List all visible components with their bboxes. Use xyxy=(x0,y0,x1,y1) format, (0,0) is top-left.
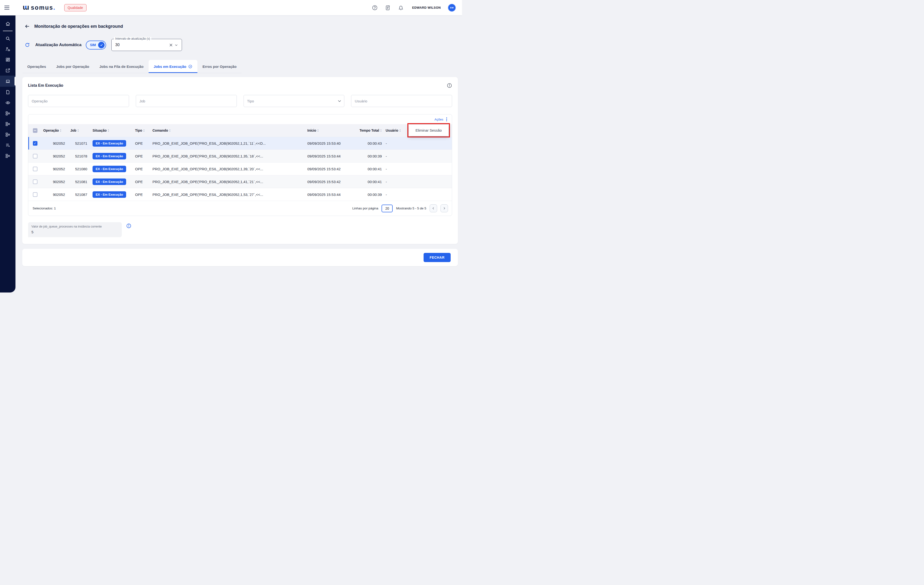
interval-field-value[interactable]: 30 xyxy=(115,43,168,47)
info-icon-blue[interactable] xyxy=(126,223,132,229)
prev-page-button[interactable] xyxy=(430,204,437,212)
sidebar-item-list-add[interactable] xyxy=(0,140,15,150)
column-header-tipo[interactable]: Tipo▲▼ xyxy=(134,129,151,132)
table-row[interactable]: 902052 521080 EX - Em Execução OPE PRO_J… xyxy=(28,162,452,175)
menu-item-eliminar-sessao[interactable]: Eliminar Sessão xyxy=(409,125,449,136)
sidebar-item-external[interactable] xyxy=(0,65,15,76)
sidebar-item-eye[interactable] xyxy=(0,97,15,108)
sidebar-item-dashboard[interactable] xyxy=(0,54,15,65)
refresh-icon[interactable] xyxy=(25,42,30,48)
table-row[interactable]: 902052 521081 EX - Em Execução OPE PRO_J… xyxy=(28,175,452,188)
sidebar-item-workflow-2[interactable] xyxy=(0,119,15,129)
row-checkbox[interactable] xyxy=(33,180,38,184)
sidebar-item-workflow-4[interactable] xyxy=(0,150,15,161)
cell-tipo: OPE xyxy=(134,193,151,197)
chevron-down-icon[interactable] xyxy=(173,42,179,48)
check-circle-icon xyxy=(188,64,192,69)
cell-job: 521078 xyxy=(69,154,91,158)
tab-jobs-por-operacao[interactable]: Jobs por Operação xyxy=(51,60,94,73)
cell-tempo-total: 00:00:39 xyxy=(353,193,384,197)
table-row[interactable]: 902052 521087 EX - Em Execução OPE PRO_J… xyxy=(28,188,452,201)
column-header-comando[interactable]: Comando▲▼ xyxy=(151,129,306,132)
cell-comando: PRO_JOB_EXE_JOB_OPE('PRO_ESIL_JOB(902052… xyxy=(151,167,306,171)
cell-inicio: 09/09/2025 15:53:44 xyxy=(306,154,353,158)
eye-icon xyxy=(5,100,10,105)
row-checkbox[interactable] xyxy=(33,192,38,197)
close-button[interactable]: FECHAR xyxy=(424,253,450,262)
cell-usuario: - xyxy=(384,167,452,171)
cell-tempo-total: 00:00:39 xyxy=(353,154,384,158)
dashboard-icon xyxy=(5,57,10,62)
tab-jobs-fila-execucao[interactable]: Jobs na Fila de Execução xyxy=(94,60,148,73)
hamburger-menu-icon[interactable] xyxy=(4,3,13,12)
row-checkbox[interactable] xyxy=(33,166,38,171)
tab-jobs-em-execucao[interactable]: Jobs em Execução xyxy=(148,60,197,73)
back-arrow-icon[interactable] xyxy=(25,24,30,29)
workflow-icon xyxy=(5,153,10,158)
column-header-situacao[interactable]: Situação▲▼ xyxy=(91,129,134,132)
sort-icon: ▲▼ xyxy=(60,129,62,132)
table-row[interactable]: 902052 521071 EX - Em Execução OPE PRO_J… xyxy=(28,137,452,150)
status-badge: EX - Em Execução xyxy=(92,166,126,172)
row-checkbox[interactable] xyxy=(33,141,38,146)
cell-usuario: - xyxy=(384,180,452,184)
tab-erros-por-operacao[interactable]: Erros por Operação xyxy=(197,60,242,73)
info-icon[interactable] xyxy=(447,83,452,88)
filter-operacao-input[interactable] xyxy=(28,95,129,107)
cell-inicio: 09/09/2025 15:53:42 xyxy=(306,167,353,171)
main-content: Monitoração de operações em background A… xyxy=(15,15,462,244)
logo-w-glyph: ɯ xyxy=(23,5,29,10)
job-queue-value: 5 xyxy=(31,230,119,234)
cell-operacao: 902052 xyxy=(42,193,69,197)
sidebar-item-workflow-3[interactable] xyxy=(0,129,15,140)
bell-icon[interactable] xyxy=(398,5,404,11)
annotation-red-box: Eliminar Sessão xyxy=(408,123,450,137)
column-header-inicio[interactable]: Início▲▼ xyxy=(306,129,353,132)
kebab-menu-icon[interactable] xyxy=(445,116,449,122)
filter-tipo-select[interactable] xyxy=(244,95,345,107)
survey-add-icon[interactable] xyxy=(385,5,391,11)
interval-field[interactable]: Intervalo de atualização (s) 30 xyxy=(111,39,182,51)
sort-icon: ▲▼ xyxy=(399,129,401,132)
sidebar-item-workflow-1[interactable] xyxy=(0,108,15,119)
sidebar-item-file[interactable] xyxy=(0,87,15,97)
toggle-check-icon xyxy=(98,42,105,48)
external-link-icon xyxy=(5,68,10,73)
tab-operacoes[interactable]: Operações xyxy=(22,60,51,73)
column-header-operacao[interactable]: Operação▲▼ xyxy=(42,129,69,132)
sidebar xyxy=(0,15,15,292)
showing-range-label: Mostrando 5 - 5 de 5 xyxy=(396,206,426,210)
cell-comando: PRO_JOB_EXE_JOB_OPE('PRO_ESIL_JOB(902052… xyxy=(151,180,306,184)
help-icon[interactable] xyxy=(372,5,378,11)
user-home-icon xyxy=(5,47,10,52)
cell-usuario: - xyxy=(384,141,452,145)
logo-dot: . xyxy=(53,4,55,11)
avatar[interactable]: EW xyxy=(448,4,456,12)
list-add-icon xyxy=(5,143,10,148)
actions-link[interactable]: Ações xyxy=(434,118,443,121)
clear-icon[interactable] xyxy=(168,42,173,48)
filter-job-input[interactable] xyxy=(136,95,237,107)
job-queue-box: Valor de job_queue_processes na instânci… xyxy=(28,222,122,237)
row-checkbox[interactable] xyxy=(33,154,38,158)
next-page-button[interactable] xyxy=(441,204,448,212)
select-all-checkbox[interactable] xyxy=(33,128,38,133)
rows-per-page-input[interactable]: 20 xyxy=(381,204,393,212)
filter-usuario xyxy=(351,95,452,107)
auto-refresh-toggle[interactable]: SIM xyxy=(86,41,106,49)
column-header-job[interactable]: Job▲▼ xyxy=(69,129,91,132)
sidebar-item-user-home[interactable] xyxy=(0,44,15,54)
sidebar-item-home[interactable] xyxy=(0,18,15,29)
sidebar-item-search[interactable] xyxy=(0,33,15,44)
tab-bar: Operações Jobs por Operação Jobs na Fila… xyxy=(22,60,242,73)
bottom-action-bar: FECHAR xyxy=(22,249,458,266)
filter-tipo xyxy=(244,95,345,107)
cell-inicio: 09/09/2025 15:53:44 xyxy=(306,193,353,197)
sort-icon: ▲▼ xyxy=(78,129,79,132)
sidebar-item-monitor[interactable] xyxy=(0,76,15,87)
filter-operacao xyxy=(28,95,129,107)
table-row[interactable]: 902052 521078 EX - Em Execução OPE PRO_J… xyxy=(28,150,452,162)
column-header-tempo-total[interactable]: Tempo Total▲▼ xyxy=(353,129,384,132)
monitor-icon xyxy=(5,79,10,84)
filter-usuario-input[interactable] xyxy=(351,95,452,107)
